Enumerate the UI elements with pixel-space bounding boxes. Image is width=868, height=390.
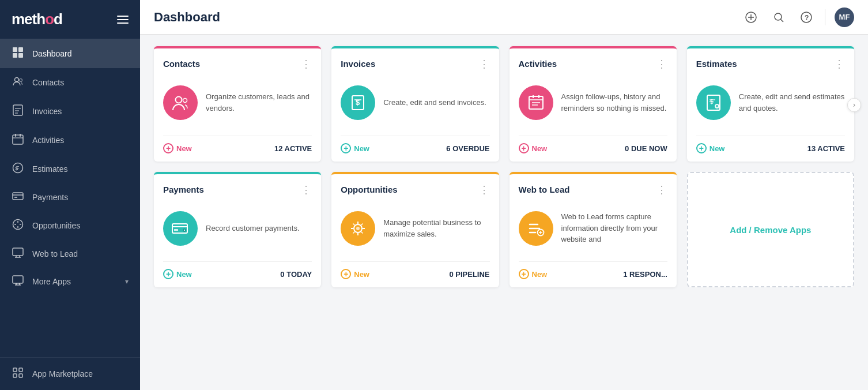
contacts-new-button[interactable]: + New xyxy=(163,143,192,153)
estimates-stat: 13 ACTIVE xyxy=(807,144,845,153)
topbar-actions: ? MF xyxy=(742,7,854,27)
add-button[interactable] xyxy=(742,8,760,27)
card-activities-footer: + New 0 DUE NOW xyxy=(519,136,667,153)
estimates-new-button[interactable]: + New xyxy=(696,143,725,153)
card-web-to-lead-header: Web to Lead ⋮ xyxy=(519,185,667,195)
estimates-icon: $ xyxy=(12,162,24,176)
sidebar-item-estimates[interactable]: $ Estimates xyxy=(0,155,140,183)
hamburger-menu[interactable] xyxy=(117,16,129,24)
card-invoices: Invoices ⋮ $ Create, edit and send invoi… xyxy=(331,46,499,162)
activities-new-button[interactable]: + New xyxy=(519,143,548,153)
add-remove-apps-card[interactable]: Add / Remove Apps xyxy=(687,172,854,287)
card-web-to-lead-title: Web to Lead xyxy=(519,185,570,194)
invoices-new-button[interactable]: + New xyxy=(341,143,369,153)
web-to-lead-new-button[interactable]: + New xyxy=(519,269,548,279)
contacts-stat: 12 ACTIVE xyxy=(274,144,312,153)
sidebar-item-label: Opportunities xyxy=(32,221,129,230)
sidebar: method Dashboard xyxy=(0,0,140,390)
card-invoices-title: Invoices xyxy=(341,59,375,69)
card-payments-description: Record customer payments. xyxy=(206,223,300,234)
sidebar-item-label: Contacts xyxy=(32,78,129,87)
svg-point-4 xyxy=(15,78,19,82)
sidebar-item-invoices[interactable]: Invoices xyxy=(0,97,140,126)
cards-row-2: Payments ⋮ Record custom xyxy=(154,172,854,287)
activities-stat: 0 DUE NOW xyxy=(625,144,667,153)
card-web-to-lead-menu[interactable]: ⋮ xyxy=(656,185,667,195)
card-activities-body: Assign follow-ups, history and reminders… xyxy=(519,78,667,126)
activities-icon xyxy=(12,133,24,147)
svg-rect-1 xyxy=(18,47,23,52)
contacts-icon xyxy=(12,76,24,89)
sidebar-item-opportunities[interactable]: Opportunities xyxy=(0,211,140,240)
svg-rect-18 xyxy=(14,197,17,198)
card-activities-title: Activities xyxy=(519,59,557,69)
opportunities-new-icon: + xyxy=(341,269,351,279)
card-opportunities-body: Manage potential business to maximize sa… xyxy=(341,204,489,252)
sidebar-item-dashboard[interactable]: Dashboard xyxy=(0,39,140,68)
svg-line-73 xyxy=(361,223,363,225)
card-payments: Payments ⋮ Record custom xyxy=(154,172,321,287)
avatar[interactable]: MF xyxy=(835,7,854,27)
card-activities: Activities ⋮ Assign foll xyxy=(510,46,677,162)
card-invoices-description: Create, edit and send invoices. xyxy=(383,97,486,108)
cards-row-1: Contacts ⋮ Organize customers, leads and… xyxy=(154,46,854,162)
card-estimates-menu[interactable]: ⋮ xyxy=(834,59,845,69)
card-opportunities: Opportunities ⋮ xyxy=(331,172,499,287)
scroll-right-arrow[interactable]: › xyxy=(847,98,861,112)
payments-stat: 0 TODAY xyxy=(280,270,312,279)
svg-point-75 xyxy=(356,227,360,230)
marketplace-label: App Marketplace xyxy=(32,369,93,378)
sidebar-item-contacts[interactable]: Contacts xyxy=(0,68,140,97)
contacts-new-icon: + xyxy=(163,143,173,153)
search-button[interactable] xyxy=(769,8,788,27)
svg-rect-2 xyxy=(13,53,17,58)
web-to-lead-icon xyxy=(12,247,24,260)
help-button[interactable]: ? xyxy=(797,8,816,27)
invoices-card-icon: $ xyxy=(341,85,375,120)
sidebar-item-label: Activities xyxy=(32,136,129,145)
opportunities-stat: 0 PIPELINE xyxy=(449,270,489,279)
card-payments-footer: + New 0 TODAY xyxy=(163,261,312,279)
card-payments-header: Payments ⋮ xyxy=(163,185,312,195)
card-estimates-description: Create, edit and send estimates and quot… xyxy=(739,91,845,114)
sidebar-bottom: App Marketplace xyxy=(0,357,140,390)
svg-rect-10 xyxy=(13,135,23,144)
card-activities-description: Assign follow-ups, history and reminders… xyxy=(561,91,667,114)
dashboard-icon xyxy=(12,47,24,61)
svg-rect-16 xyxy=(13,193,23,200)
card-opportunities-footer: + New 0 PIPELINE xyxy=(341,261,489,279)
card-payments-menu[interactable]: ⋮ xyxy=(301,185,312,195)
card-invoices-header: Invoices ⋮ xyxy=(341,59,489,69)
svg-rect-62 xyxy=(174,229,178,231)
card-contacts-body: Organize customers, leads and vendors. xyxy=(163,78,312,126)
sidebar-item-web-to-lead[interactable]: Web to Lead xyxy=(0,240,140,268)
sidebar-item-marketplace[interactable]: App Marketplace xyxy=(0,358,140,390)
opportunities-card-icon xyxy=(341,211,375,246)
svg-point-43 xyxy=(176,96,182,103)
more-apps-icon xyxy=(12,275,24,288)
dashboard-content: Contacts ⋮ Organize customers, leads and… xyxy=(140,35,868,390)
invoices-stat: 6 OVERDUE xyxy=(446,144,489,153)
card-contacts-menu[interactable]: ⋮ xyxy=(301,59,312,69)
card-web-to-lead: Web to Lead ⋮ Web to Lea xyxy=(510,172,677,287)
card-opportunities-menu[interactable]: ⋮ xyxy=(479,185,490,195)
invoices-icon xyxy=(12,104,24,118)
svg-line-40 xyxy=(781,19,784,22)
sidebar-item-label: Web to Lead xyxy=(32,249,129,258)
card-opportunities-description: Manage potential business to maximize sa… xyxy=(383,217,489,239)
sidebar-item-label: Estimates xyxy=(32,164,129,174)
card-activities-menu[interactable]: ⋮ xyxy=(656,59,667,69)
svg-rect-35 xyxy=(19,374,22,377)
activities-card-icon xyxy=(519,85,553,120)
sidebar-item-more-apps[interactable]: More Apps ▾ xyxy=(0,268,140,295)
card-invoices-menu[interactable]: ⋮ xyxy=(479,59,490,69)
activities-new-icon: + xyxy=(519,143,529,153)
card-web-to-lead-description: Web to Lead forms capture information di… xyxy=(561,211,667,245)
card-contacts: Contacts ⋮ Organize customers, leads and… xyxy=(154,46,321,162)
sidebar-item-payments[interactable]: Payments xyxy=(0,183,140,211)
card-web-to-lead-body: Web to Lead forms capture information di… xyxy=(519,204,667,252)
sidebar-item-activities[interactable]: Activities xyxy=(0,126,140,155)
invoices-new-icon: + xyxy=(341,143,351,153)
opportunities-new-button[interactable]: + New xyxy=(341,269,369,279)
payments-new-button[interactable]: + New xyxy=(163,269,192,279)
